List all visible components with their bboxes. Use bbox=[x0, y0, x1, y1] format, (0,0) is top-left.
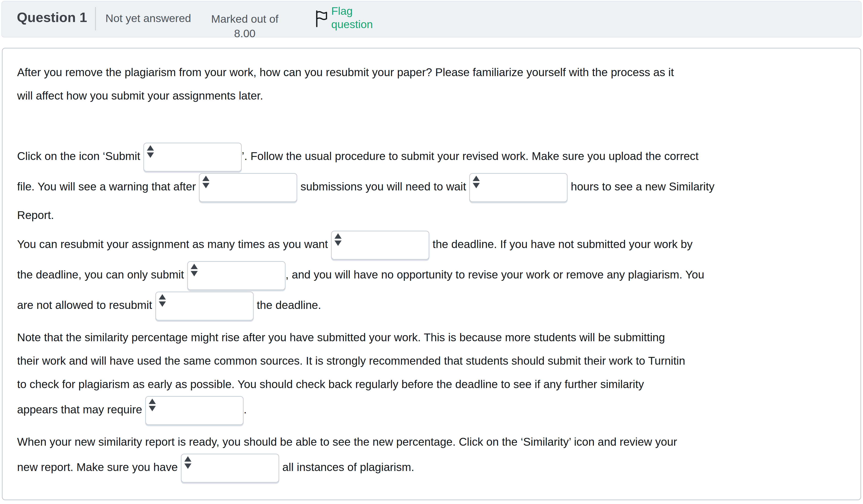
question-card: After you remove the plagiarism from you… bbox=[2, 48, 861, 500]
question-text-run: Report. bbox=[17, 209, 54, 221]
dropdown-arrows-icon bbox=[147, 145, 154, 158]
question-text-run: will affect how you submit your assignme… bbox=[17, 89, 263, 102]
header-divider bbox=[95, 7, 96, 30]
question-line: will affect how you submit your assignme… bbox=[17, 84, 845, 108]
question-paragraph: When your new similarity report is ready… bbox=[17, 430, 845, 484]
answer-dropdown[interactable] bbox=[187, 261, 286, 290]
question-text-run: Note that the similarity percentage migh… bbox=[17, 331, 665, 343]
question-line: the deadline, you can only submit , and … bbox=[17, 261, 845, 292]
question-text-run: file. You will see a warning that after bbox=[17, 180, 199, 193]
marked-out-of-label: Marked out of bbox=[211, 13, 278, 25]
flag-question-button[interactable]: Flag question bbox=[315, 4, 385, 31]
flag-icon bbox=[315, 10, 328, 27]
dropdown-arrows-icon bbox=[159, 294, 166, 307]
question-text-run: appears that may require bbox=[17, 403, 145, 416]
question-text-run: submissions you will need to wait bbox=[297, 180, 469, 193]
question-text-run: the deadline. If you have not submitted … bbox=[429, 238, 692, 250]
question-text-run: new report. Make sure you have bbox=[17, 461, 181, 473]
question-line: are not allowed to resubmit the deadline… bbox=[17, 292, 845, 322]
question-paragraph: After you remove the plagiarism from you… bbox=[17, 61, 845, 108]
dropdown-arrows-icon bbox=[202, 176, 210, 188]
flag-question-label: Flag question bbox=[331, 4, 385, 31]
question-text-run: After you remove the plagiarism from you… bbox=[17, 66, 674, 78]
question-line: When your new similarity report is ready… bbox=[17, 430, 845, 454]
question-line: After you remove the plagiarism from you… bbox=[17, 61, 845, 84]
dropdown-arrows-icon bbox=[149, 399, 156, 411]
question-text-run: the deadline. bbox=[254, 299, 321, 311]
question-line: to check for plagiarism as early as poss… bbox=[17, 373, 845, 396]
question-line: their work and will have used the same c… bbox=[17, 349, 845, 373]
answer-dropdown[interactable] bbox=[181, 454, 279, 483]
question-paragraph: You can resubmit your assignment as many… bbox=[17, 231, 845, 322]
answer-dropdown[interactable] bbox=[469, 173, 567, 202]
question-line: You can resubmit your assignment as many… bbox=[17, 231, 845, 261]
question-text-run: When your new similarity report is ready… bbox=[17, 436, 677, 448]
answer-dropdown[interactable] bbox=[143, 143, 242, 172]
question-line: Note that the similarity percentage migh… bbox=[17, 326, 845, 349]
question-text-run: all instances of plagiarism. bbox=[279, 461, 414, 473]
question-text: After you remove the plagiarism from you… bbox=[17, 61, 845, 484]
answer-dropdown[interactable] bbox=[155, 292, 254, 320]
question-header: Question 1 Not yet answered Marked out o… bbox=[1, 1, 862, 37]
question-text-run: Click on the icon ‘Submit bbox=[17, 150, 143, 162]
question-line: appears that may require . bbox=[17, 396, 845, 427]
question-paragraph: Click on the icon ‘Submit ’. Follow the … bbox=[17, 143, 845, 227]
question-text-run: , and you will have no opportunity to re… bbox=[286, 268, 704, 281]
dropdown-arrows-icon bbox=[191, 264, 198, 276]
question-number: Question 1 bbox=[17, 9, 87, 25]
dropdown-arrows-icon bbox=[473, 176, 480, 188]
question-paragraph: Note that the similarity percentage migh… bbox=[17, 326, 845, 427]
answer-dropdown[interactable] bbox=[331, 231, 429, 260]
question-text-run: ’. Follow the usual procedure to submit … bbox=[242, 150, 699, 162]
question-grade: Marked out of 8.00 bbox=[206, 12, 284, 41]
question-status: Not yet answered bbox=[105, 12, 191, 25]
question-text-run: You can resubmit your assignment as many… bbox=[17, 238, 331, 250]
question-text-run: hours to see a new Similarity bbox=[567, 180, 714, 193]
question-line: new report. Make sure you have all insta… bbox=[17, 454, 845, 484]
question-line: file. You will see a warning that after … bbox=[17, 173, 845, 203]
answer-dropdown[interactable] bbox=[199, 173, 297, 202]
dropdown-arrows-icon bbox=[184, 456, 191, 469]
question-line: Report. bbox=[17, 203, 845, 227]
dropdown-arrows-icon bbox=[335, 233, 341, 246]
question-text-run: . bbox=[243, 403, 247, 416]
question-text-run: their work and will have used the same c… bbox=[17, 355, 685, 367]
marks-value: 8.00 bbox=[234, 27, 255, 40]
question-line: Click on the icon ‘Submit ’. Follow the … bbox=[17, 143, 845, 173]
question-text-run: are not allowed to resubmit bbox=[17, 299, 155, 311]
question-text-run: the deadline, you can only submit bbox=[17, 268, 187, 281]
answer-dropdown[interactable] bbox=[145, 396, 243, 425]
question-text-run: to check for plagiarism as early as poss… bbox=[17, 378, 644, 390]
